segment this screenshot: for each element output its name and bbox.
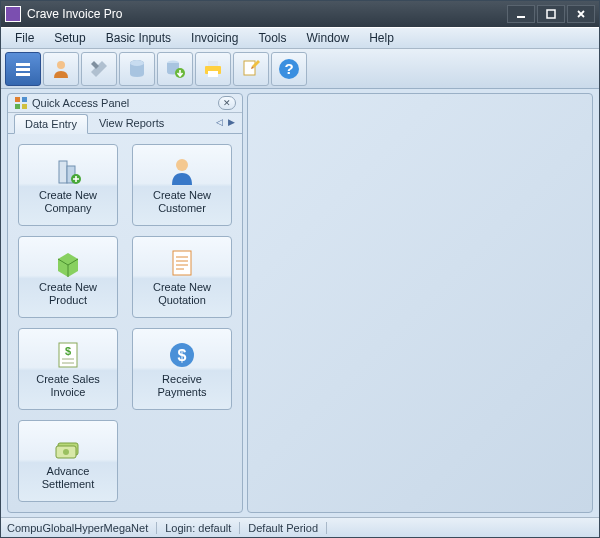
tile-receive-payments[interactable]: $ Receive Payments — [132, 328, 232, 410]
toolbar-button-help[interactable]: ? — [271, 52, 307, 86]
minimize-button[interactable] — [507, 5, 535, 23]
panel-header: Quick Access Panel ✕ — [8, 94, 242, 113]
window-title: Crave Invoice Pro — [27, 7, 507, 21]
menu-window[interactable]: Window — [298, 29, 357, 47]
tab-data-entry[interactable]: Data Entry — [14, 114, 88, 134]
svg-rect-16 — [15, 97, 20, 102]
panel-icon — [14, 96, 28, 110]
svg-text:$: $ — [65, 345, 71, 357]
menu-setup[interactable]: Setup — [46, 29, 93, 47]
svg-point-37 — [63, 449, 69, 455]
quick-access-panel: Quick Access Panel ✕ Data Entry View Rep… — [7, 93, 243, 513]
wrench-icon — [88, 58, 110, 80]
settlement-icon — [52, 431, 84, 463]
tile-create-customer[interactable]: Create New Customer — [132, 144, 232, 226]
customer-icon — [166, 155, 198, 187]
tab-nav: ◁ ▶ — [214, 116, 236, 128]
menu-help[interactable]: Help — [361, 29, 402, 47]
close-button[interactable] — [567, 5, 595, 23]
edit-icon — [240, 58, 262, 80]
product-icon — [52, 247, 84, 279]
maximize-button[interactable] — [537, 5, 565, 23]
tab-prev-button[interactable]: ◁ — [214, 116, 224, 128]
status-login: Login: default — [157, 522, 240, 534]
svg-point-5 — [57, 61, 65, 69]
menu-invoicing[interactable]: Invoicing — [183, 29, 246, 47]
svg-rect-0 — [517, 16, 525, 18]
tile-label: Create Sales Invoice — [36, 373, 100, 398]
svg-point-23 — [176, 159, 188, 171]
status-period: Default Period — [240, 522, 327, 534]
menu-file[interactable]: File — [7, 29, 42, 47]
tile-label: Advance Settlement — [42, 465, 95, 490]
svg-rect-12 — [208, 71, 218, 77]
svg-rect-20 — [59, 161, 67, 183]
panel-title: Quick Access Panel — [32, 97, 218, 109]
svg-rect-4 — [16, 73, 30, 76]
tile-create-product[interactable]: Create New Product — [18, 236, 118, 318]
panel-close-button[interactable]: ✕ — [218, 96, 236, 110]
menu-tools[interactable]: Tools — [250, 29, 294, 47]
panel-tabstrip: Data Entry View Reports ◁ ▶ — [8, 113, 242, 134]
tile-advance-settlement[interactable]: Advance Settlement — [18, 420, 118, 502]
window-controls — [507, 5, 595, 23]
tab-next-button[interactable]: ▶ — [226, 116, 236, 128]
database-down-icon — [164, 58, 186, 80]
mdi-client-area — [247, 93, 593, 513]
maximize-icon — [546, 9, 556, 19]
toolbar: ? — [1, 49, 599, 89]
tile-label: Create New Company — [39, 189, 97, 214]
svg-point-7 — [130, 60, 144, 66]
toolbar-button-print[interactable] — [195, 52, 231, 86]
content-area: Quick Access Panel ✕ Data Entry View Rep… — [1, 89, 599, 517]
tile-create-sales-invoice[interactable]: $ Create Sales Invoice — [18, 328, 118, 410]
svg-rect-17 — [22, 97, 27, 102]
toolbar-button-edit[interactable] — [233, 52, 269, 86]
toolbar-button-download[interactable] — [157, 52, 193, 86]
quotation-icon — [166, 247, 198, 279]
payments-icon: $ — [166, 339, 198, 371]
toolbar-button-home[interactable] — [5, 52, 41, 86]
database-icon — [126, 58, 148, 80]
svg-text:$: $ — [178, 347, 187, 364]
toolbar-button-settings[interactable] — [81, 52, 117, 86]
svg-rect-3 — [16, 68, 30, 71]
app-window: Crave Invoice Pro File Setup Basic Input… — [0, 0, 600, 538]
statusbar: CompuGlobalHyperMegaNet Login: default D… — [1, 517, 599, 537]
help-icon: ? — [277, 57, 301, 81]
user-icon — [50, 58, 72, 80]
toolbar-button-database[interactable] — [119, 52, 155, 86]
svg-rect-24 — [173, 251, 191, 275]
menubar: File Setup Basic Inputs Invoicing Tools … — [1, 27, 599, 49]
tile-label: Create New Customer — [153, 189, 211, 214]
menu-basic-inputs[interactable]: Basic Inputs — [98, 29, 179, 47]
tile-grid: Create New Company Create New Customer C… — [8, 134, 242, 512]
tile-label: Receive Payments — [158, 373, 207, 398]
tab-view-reports[interactable]: View Reports — [88, 113, 175, 133]
list-icon — [13, 59, 33, 79]
close-icon — [576, 9, 586, 19]
printer-icon — [202, 58, 224, 80]
svg-rect-10 — [208, 61, 218, 66]
svg-text:?: ? — [284, 60, 293, 77]
titlebar: Crave Invoice Pro — [1, 1, 599, 27]
tile-create-quotation[interactable]: Create New Quotation — [132, 236, 232, 318]
svg-rect-2 — [16, 63, 30, 66]
tile-label: Create New Product — [39, 281, 97, 306]
status-company: CompuGlobalHyperMegaNet — [5, 522, 157, 534]
minimize-icon — [516, 9, 526, 19]
svg-rect-19 — [22, 104, 27, 109]
tile-label: Create New Quotation — [153, 281, 211, 306]
app-icon — [5, 6, 21, 22]
tile-create-company[interactable]: Create New Company — [18, 144, 118, 226]
toolbar-button-user[interactable] — [43, 52, 79, 86]
svg-rect-18 — [15, 104, 20, 109]
svg-rect-1 — [547, 10, 555, 18]
invoice-icon: $ — [52, 339, 84, 371]
company-icon — [52, 155, 84, 187]
